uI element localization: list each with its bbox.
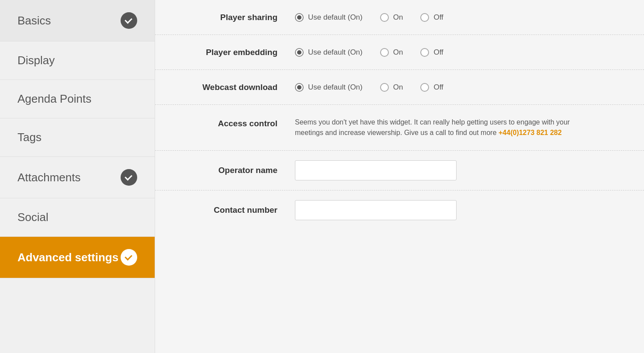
sidebar-item-label: Tags <box>17 131 42 144</box>
label-contact-number: Contact number <box>181 205 295 215</box>
sidebar-item-label: Display <box>17 54 55 67</box>
radio-label: Off <box>433 48 443 57</box>
sidebar-item-social[interactable]: Social <box>0 198 155 237</box>
radio-dot <box>380 48 389 57</box>
radio-dot <box>420 48 429 57</box>
radio-label: On <box>393 48 403 57</box>
content-player-sharing: Use default (On) On Off <box>295 13 618 22</box>
radio-dot <box>380 13 389 22</box>
sidebar-item-label: Basics <box>17 14 51 28</box>
content-access-control: Seems you don't yet have this widget. It… <box>295 117 618 138</box>
radio-dot <box>295 13 304 22</box>
radio-label: Use default (On) <box>308 83 363 92</box>
radio-webcast-download-on[interactable]: On <box>380 83 403 92</box>
radio-dot <box>420 13 429 22</box>
radio-dot <box>420 83 429 92</box>
operator-name-input[interactable] <box>295 160 457 180</box>
settings-table: Player sharing Use default (On) On Off P… <box>155 0 644 230</box>
row-webcast-download: Webcast download Use default (On) On Off <box>155 70 644 105</box>
radio-player-sharing-off[interactable]: Off <box>420 13 443 22</box>
sidebar-item-label: Agenda Points <box>17 92 91 106</box>
radio-player-sharing-on[interactable]: On <box>380 13 403 22</box>
radio-label: Use default (On) <box>308 48 363 57</box>
radio-player-embedding-on[interactable]: On <box>380 48 403 57</box>
label-player-sharing: Player sharing <box>181 13 295 22</box>
label-player-embedding: Player embedding <box>181 48 295 57</box>
sidebar-item-label: Advanced settings <box>17 251 118 264</box>
radio-player-embedding-default[interactable]: Use default (On) <box>295 48 363 57</box>
row-player-embedding: Player embedding Use default (On) On Off <box>155 35 644 70</box>
sidebar-item-agenda-points[interactable]: Agenda Points <box>0 80 155 118</box>
check-icon-basics <box>121 12 137 29</box>
access-control-text: Seems you don't yet have this widget. It… <box>295 117 579 138</box>
content-player-embedding: Use default (On) On Off <box>295 48 618 57</box>
radio-webcast-download-default[interactable]: Use default (On) <box>295 83 363 92</box>
row-operator-name: Operator name <box>155 151 644 190</box>
row-player-sharing: Player sharing Use default (On) On Off <box>155 0 644 35</box>
sidebar-item-basics[interactable]: Basics <box>0 0 155 42</box>
check-icon-advanced-settings <box>121 249 137 266</box>
sidebar-item-label: Social <box>17 211 48 224</box>
radio-label: Use default (On) <box>308 13 363 22</box>
sidebar-item-display[interactable]: Display <box>0 42 155 80</box>
radio-label: Off <box>433 13 443 22</box>
main-content: Player sharing Use default (On) On Off P… <box>155 0 644 353</box>
label-webcast-download: Webcast download <box>181 83 295 92</box>
sidebar-item-attachments[interactable]: Attachments <box>0 157 155 198</box>
sidebar-item-tags[interactable]: Tags <box>0 118 155 157</box>
radio-label: Off <box>433 83 443 92</box>
label-access-control: Access control <box>181 117 295 128</box>
radio-label: On <box>393 83 403 92</box>
radio-dot <box>295 83 304 92</box>
sidebar-item-label: Attachments <box>17 171 81 184</box>
contact-number-input[interactable] <box>295 200 457 220</box>
row-access-control: Access control Seems you don't yet have … <box>155 105 644 151</box>
sidebar-item-advanced-settings[interactable]: Advanced settings <box>0 237 155 278</box>
radio-dot <box>380 83 389 92</box>
label-operator-name: Operator name <box>181 166 295 175</box>
radio-player-embedding-off[interactable]: Off <box>420 48 443 57</box>
radio-dot <box>295 48 304 57</box>
row-contact-number: Contact number <box>155 190 644 230</box>
sidebar: Basics Display Agenda Points Tags Attach… <box>0 0 155 353</box>
check-icon-attachments <box>121 169 137 186</box>
radio-webcast-download-off[interactable]: Off <box>420 83 443 92</box>
content-contact-number <box>295 200 618 220</box>
phone-link[interactable]: +44(0)1273 821 282 <box>499 129 562 136</box>
content-webcast-download: Use default (On) On Off <box>295 83 618 92</box>
content-operator-name <box>295 160 618 180</box>
radio-player-sharing-default[interactable]: Use default (On) <box>295 13 363 22</box>
radio-label: On <box>393 13 403 22</box>
